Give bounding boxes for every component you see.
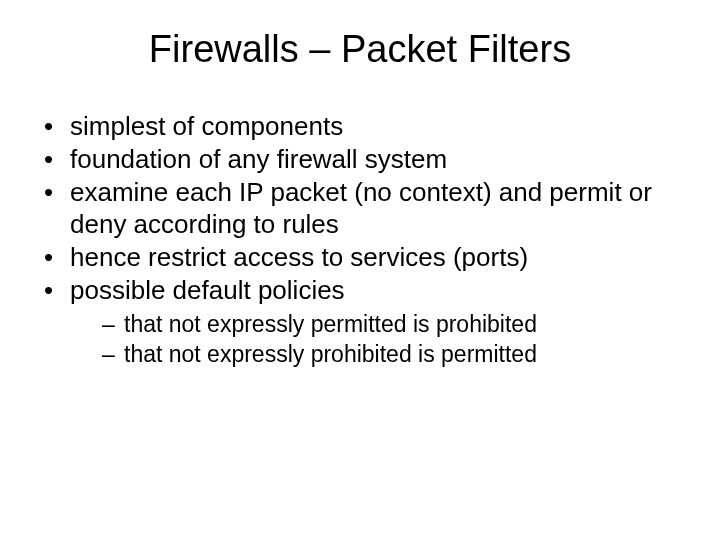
list-item: hence restrict access to services (ports… (40, 242, 680, 273)
sub-bullet-list: that not expressly permitted is prohibit… (70, 310, 680, 369)
bullet-text: possible default policies (70, 275, 345, 305)
list-item: examine each IP packet (no context) and … (40, 177, 680, 239)
bullet-text: simplest of components (70, 111, 343, 141)
bullet-text: examine each IP packet (no context) and … (70, 177, 652, 238)
slide-title: Firewalls – Packet Filters (0, 0, 720, 81)
list-item: simplest of components (40, 111, 680, 142)
slide-body: simplest of components foundation of any… (0, 81, 720, 369)
sub-bullet-text: that not expressly prohibited is permitt… (124, 341, 537, 367)
list-item: foundation of any firewall system (40, 144, 680, 175)
bullet-text: foundation of any firewall system (70, 144, 447, 174)
bullet-list: simplest of components foundation of any… (40, 111, 680, 369)
sub-bullet-text: that not expressly permitted is prohibit… (124, 311, 537, 337)
slide: Firewalls – Packet Filters simplest of c… (0, 0, 720, 540)
sub-list-item: that not expressly permitted is prohibit… (102, 310, 680, 339)
sub-list-item: that not expressly prohibited is permitt… (102, 340, 680, 369)
list-item: possible default policies that not expre… (40, 275, 680, 369)
bullet-text: hence restrict access to services (ports… (70, 242, 528, 272)
